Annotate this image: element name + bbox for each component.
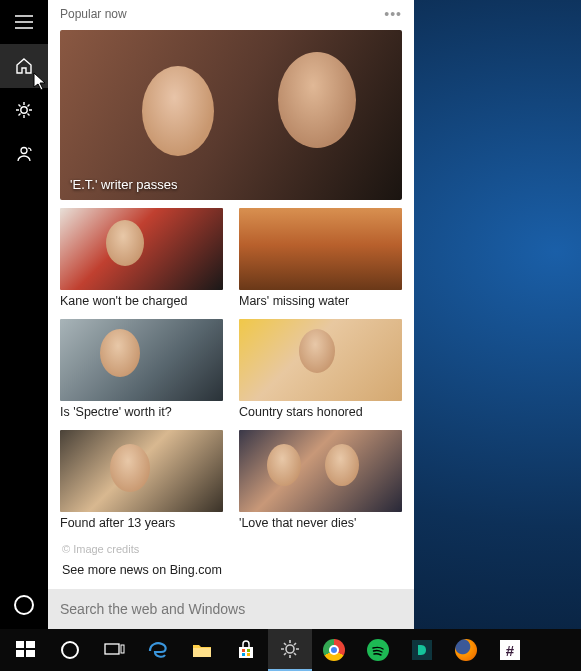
edge-button[interactable] (136, 629, 180, 671)
chrome-icon (323, 639, 345, 661)
news-caption: Mars' missing water (239, 290, 402, 315)
news-tile[interactable]: Found after 13 years (60, 430, 223, 537)
news-tile[interactable]: Is 'Spectre' worth it? (60, 319, 223, 426)
svg-rect-6 (105, 644, 119, 654)
svg-rect-3 (26, 641, 35, 648)
taskview-icon (103, 639, 125, 661)
firefox-button[interactable] (444, 629, 488, 671)
more-options-button[interactable]: ••• (384, 6, 402, 22)
cortana-content: Popular now ••• 'E.T.' writer passes Kan… (48, 0, 414, 629)
svg-rect-2 (16, 641, 24, 648)
svg-rect-12 (247, 653, 250, 656)
cortana-circle-icon (61, 641, 79, 659)
news-caption: Kane won't be charged (60, 290, 223, 315)
folder-icon (191, 639, 213, 661)
windows-settings-button[interactable] (268, 629, 312, 671)
dashlane-icon (412, 640, 432, 660)
taskview-button[interactable] (92, 629, 136, 671)
cortana-taskbar-button[interactable] (48, 629, 92, 671)
news-tile[interactable]: Country stars honored (239, 319, 402, 426)
taskbar: # (0, 629, 581, 671)
news-tile[interactable]: Kane won't be charged (60, 208, 223, 315)
desktop-wallpaper (414, 0, 581, 629)
svg-point-0 (21, 107, 27, 113)
spotify-button[interactable] (356, 629, 400, 671)
hero-caption: 'E.T.' writer passes (70, 177, 178, 192)
chrome-button[interactable] (312, 629, 356, 671)
news-thumb (60, 208, 223, 290)
news-caption: Is 'Spectre' worth it? (60, 401, 223, 426)
svg-rect-5 (26, 650, 35, 657)
news-grid: Kane won't be charged Mars' missing wate… (48, 208, 414, 537)
more-news-link[interactable]: See more news on Bing.com (48, 557, 414, 587)
news-tile[interactable]: 'Love that never dies' (239, 430, 402, 537)
svg-rect-9 (242, 649, 245, 652)
svg-rect-4 (16, 650, 24, 657)
panel-header: Popular now ••• (48, 0, 414, 26)
hamburger-menu-button[interactable] (0, 0, 48, 44)
file-explorer-button[interactable] (180, 629, 224, 671)
svg-rect-7 (121, 645, 124, 653)
svg-rect-11 (242, 653, 245, 656)
firefox-icon (455, 639, 477, 661)
settings-button[interactable] (0, 88, 48, 132)
news-thumb (239, 319, 402, 401)
hero-news-tile[interactable]: 'E.T.' writer passes (60, 30, 402, 200)
slack-icon: # (500, 640, 520, 660)
svg-rect-10 (247, 649, 250, 652)
hero-person-1 (142, 66, 214, 156)
hamburger-icon (15, 15, 33, 29)
dashlane-button[interactable] (400, 629, 444, 671)
panel-title: Popular now (60, 7, 384, 21)
news-thumb (239, 430, 402, 512)
cortana-panel: Popular now ••• 'E.T.' writer passes Kan… (0, 0, 414, 629)
news-caption: Found after 13 years (60, 512, 223, 537)
news-caption: 'Love that never dies' (239, 512, 402, 537)
start-button[interactable] (4, 629, 48, 671)
feedback-icon (14, 144, 34, 164)
news-tile[interactable]: Mars' missing water (239, 208, 402, 315)
search-box[interactable] (48, 589, 414, 629)
feedback-button[interactable] (0, 132, 48, 176)
search-input[interactable] (60, 601, 402, 617)
svg-point-13 (286, 645, 294, 653)
news-thumb (60, 430, 223, 512)
news-caption: Country stars honored (239, 401, 402, 426)
edge-icon (147, 639, 169, 661)
spotify-icon (367, 639, 389, 661)
news-thumb (239, 208, 402, 290)
image-credits-link[interactable]: © Image credits (48, 537, 414, 557)
home-button[interactable] (0, 44, 48, 88)
hero-person-2 (278, 52, 356, 148)
store-button[interactable] (224, 629, 268, 671)
home-icon (14, 56, 34, 76)
windows-logo-icon (15, 639, 37, 661)
cortana-ring-icon[interactable] (14, 595, 34, 615)
gear-icon (14, 100, 34, 120)
cortana-sidebar (0, 0, 48, 629)
svg-point-1 (21, 148, 27, 154)
store-icon (235, 639, 257, 661)
slack-button[interactable]: # (488, 629, 532, 671)
svg-rect-8 (193, 648, 211, 657)
gear-icon (279, 638, 301, 660)
news-thumb (60, 319, 223, 401)
